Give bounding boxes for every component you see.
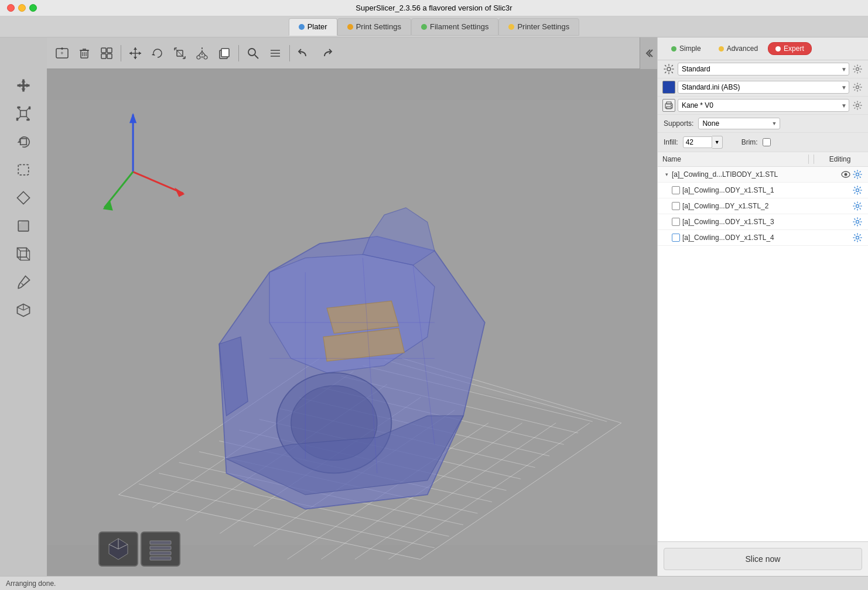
tab-filament-dot	[421, 24, 427, 30]
collapse-panel-button[interactable]	[640, 37, 657, 69]
advanced-mode-button[interactable]: Advanced	[711, 42, 766, 55]
object-list-item-child1[interactable]: [a]_Cowling...ODY_x1.STL_1	[658, 183, 868, 198]
child4-name: [a]_Cowling...ODY_x1.STL_4	[682, 234, 852, 242]
svg-point-135	[856, 173, 859, 176]
svg-line-35	[255, 55, 258, 59]
svg-point-125	[667, 67, 671, 71]
svg-point-134	[845, 173, 848, 176]
3d-view-button[interactable]	[98, 531, 138, 567]
main-layout: +	[0, 37, 868, 576]
object-settings-icon[interactable]	[852, 169, 863, 180]
box-icon	[15, 246, 32, 262]
rotate-button[interactable]	[147, 43, 168, 64]
toolbar: +	[47, 37, 657, 69]
close-button[interactable]	[7, 4, 15, 12]
child3-checkbox[interactable]	[672, 218, 680, 226]
child2-settings-icon[interactable]	[852, 200, 863, 212]
svg-marker-19	[139, 52, 141, 55]
redo-button[interactable]	[316, 43, 337, 64]
svg-point-132	[856, 104, 859, 107]
svg-line-65	[22, 283, 24, 286]
box-tool[interactable]	[7, 241, 40, 267]
viewport-container[interactable]: +	[0, 37, 657, 576]
object-list-item-child2[interactable]: [a]_Cowling...DY_x1.STL_2	[658, 198, 868, 214]
printer-settings-button[interactable]	[852, 100, 863, 111]
cube-tool[interactable]	[7, 297, 40, 323]
supports-select[interactable]: None Normal (auto) Everywhere	[698, 118, 780, 129]
child4-checkbox[interactable]	[672, 234, 680, 242]
visibility-icon[interactable]	[840, 169, 852, 180]
child2-checkbox[interactable]	[672, 202, 680, 210]
object-list-item-root[interactable]: ▾ [a]_Cowling_d...LTIBODY_x1.STL	[658, 167, 868, 183]
filament-color-swatch[interactable]	[662, 81, 675, 94]
brim-checkbox[interactable]	[763, 138, 771, 146]
infill-input[interactable]	[683, 136, 712, 148]
slice-now-button[interactable]: Slice now	[664, 548, 862, 570]
profile-select[interactable]: Standard	[678, 63, 849, 76]
child1-settings-icon[interactable]	[852, 184, 863, 196]
printer-select-wrapper[interactable]: Kane * V0 ▼	[678, 99, 849, 112]
filament-select-wrapper[interactable]: Standard.ini (ABS) ▼	[678, 81, 849, 94]
maximize-button[interactable]	[29, 4, 37, 12]
svg-marker-16	[134, 47, 137, 50]
undo-button[interactable]	[293, 43, 315, 64]
scale-button[interactable]	[169, 43, 190, 64]
brush-tool[interactable]	[7, 269, 40, 295]
3d-viewport[interactable]	[47, 69, 657, 576]
move-tool[interactable]	[7, 73, 40, 98]
search-icon	[246, 46, 260, 60]
object-list-item-child4[interactable]: [a]_Cowling...ODY_x1.STL_4	[658, 230, 868, 246]
tab-printer[interactable]: Printer Settings	[498, 18, 579, 36]
arrange-button[interactable]	[96, 43, 117, 64]
svg-rect-123	[150, 551, 171, 555]
svg-point-29	[204, 56, 207, 59]
scale-tool[interactable]	[7, 101, 40, 126]
tab-plater[interactable]: Plater	[289, 18, 337, 36]
child4-settings-icon[interactable]	[852, 232, 863, 243]
filament-row: Standard.ini (ABS) ▼	[658, 78, 868, 97]
filament-settings-button[interactable]	[852, 81, 863, 93]
profile-settings-button[interactable]	[852, 63, 863, 75]
paint-tool[interactable]	[7, 185, 40, 211]
tab-filament-label: Filament Settings	[430, 22, 488, 31]
object-list-header: Name Editing	[658, 152, 868, 167]
child3-settings-icon[interactable]	[852, 216, 863, 228]
layers-button[interactable]	[265, 43, 286, 64]
profile-select-wrapper[interactable]: Standard ▼	[678, 63, 849, 76]
left-sidebar	[0, 37, 47, 576]
svg-rect-44	[18, 84, 30, 87]
cut-button[interactable]	[192, 43, 213, 64]
tab-print[interactable]: Print Settings	[337, 18, 411, 36]
brush-icon	[15, 274, 32, 290]
search-button[interactable]	[242, 43, 264, 64]
object-list: ▾ [a]_Cowling_d...LTIBODY_x1.STL	[658, 167, 868, 541]
layer-view-button[interactable]	[141, 531, 180, 567]
infill-dropdown-button[interactable]: ▼	[712, 136, 723, 149]
printer-select[interactable]: Kane * V0	[678, 99, 849, 112]
minimize-button[interactable]	[18, 4, 26, 12]
svg-rect-45	[20, 111, 27, 117]
child1-name: [a]_Cowling...ODY_x1.STL_1	[682, 186, 852, 194]
add-object-button[interactable]: +	[52, 43, 73, 64]
tab-plater-dot	[299, 24, 305, 30]
infill-label: Infill:	[664, 138, 678, 146]
filament-select[interactable]: Standard.ini (ABS)	[678, 81, 849, 94]
rotate-tool[interactable]	[7, 129, 40, 155]
expert-mode-button[interactable]: Expert	[768, 42, 812, 55]
delete-button[interactable]	[74, 43, 95, 64]
svg-point-127	[856, 86, 859, 89]
tab-filament[interactable]: Filament Settings	[411, 18, 498, 36]
text-tool[interactable]	[7, 213, 40, 239]
layers-icon	[268, 46, 283, 61]
svg-rect-52	[29, 107, 31, 109]
copy-button[interactable]	[214, 43, 235, 64]
simple-mode-button[interactable]: Simple	[664, 42, 709, 55]
expand-icon[interactable]: ▾	[662, 170, 671, 179]
move-button[interactable]	[125, 43, 146, 64]
editing-column-header: Editing	[816, 155, 863, 163]
child1-checkbox[interactable]	[672, 186, 680, 194]
object-list-item-child3[interactable]: [a]_Cowling...ODY_x1.STL_3	[658, 214, 868, 230]
tab-print-dot	[347, 24, 353, 30]
select-tool[interactable]	[7, 157, 40, 183]
svg-rect-122	[150, 546, 171, 550]
